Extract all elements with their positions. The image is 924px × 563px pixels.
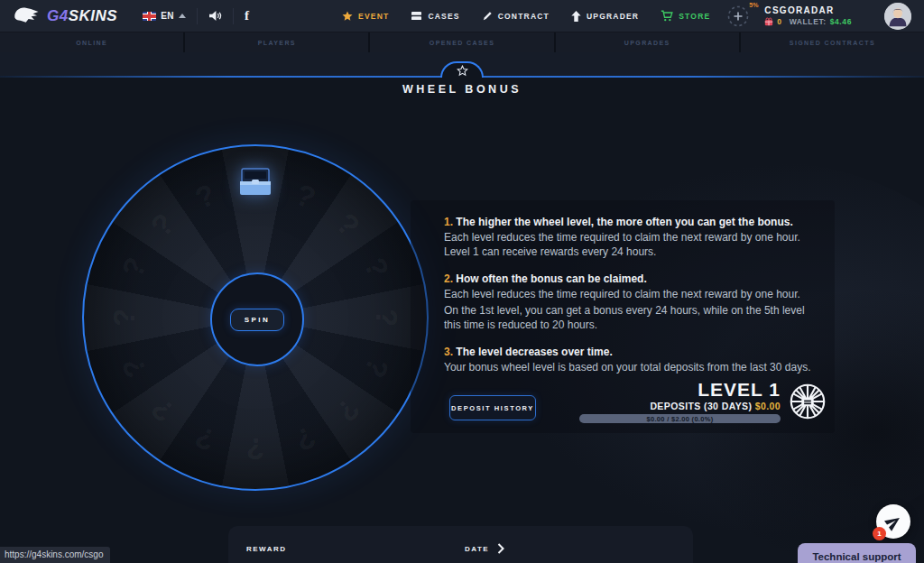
wheel-mystery-slot: ? — [105, 303, 144, 332]
top-nav: G4SKINS EN f EVENT CASES — [0, 0, 924, 32]
menu-item-event[interactable]: EVENT — [342, 11, 389, 22]
wheel-mystery-slot: ? — [139, 201, 188, 250]
info-body-text: Each level reduces the time required to … — [444, 231, 812, 260]
user-info: CSGORADAR 0 WALLET: $4.46 — [764, 5, 852, 26]
wheel-mystery-slot: ? — [366, 303, 406, 332]
progress-text: $0.00 / $2.00 (0.0%) — [647, 415, 714, 423]
deposit-plus-button[interactable]: 5% — [726, 5, 750, 28]
wheel-mystery-slot: ? — [353, 246, 401, 288]
bonus-wheel: ??????????????? SPIN — [82, 144, 429, 491]
paper-plane-icon — [884, 512, 903, 531]
avatar[interactable] — [884, 3, 911, 30]
technical-support-button[interactable]: Technical support — [798, 543, 916, 563]
date-column-header-wrap: DATE — [465, 543, 504, 554]
info-item-3: 3. The level decreases over time. Your b… — [444, 345, 812, 375]
deposits-label: DEPOSITS (30 DAYS) — [650, 401, 752, 411]
cases-icon — [411, 11, 422, 21]
menu-item-contract[interactable]: CONTRACT — [482, 11, 550, 22]
divider — [197, 8, 198, 24]
reward-column-header: REWARD — [246, 545, 287, 553]
wheel-mystery-slot: ? — [184, 415, 226, 463]
stat-players: PLAYERS — [185, 32, 368, 52]
wheel-mystery-slot: ? — [111, 346, 159, 388]
wheel-mystery-slot: ? — [139, 386, 188, 435]
wheel-mystery-slot: ? — [284, 415, 326, 463]
spin-button[interactable]: SPIN — [230, 309, 285, 331]
app-window: G4SKINS EN f EVENT CASES — [0, 0, 924, 563]
wheel-mystery-slot: ? — [241, 429, 270, 468]
stats-bar: ONLINE PLAYERS OPENED CASES UPGRADES SIG… — [0, 32, 924, 52]
content-area: WHEEL BONUS ??????????????? SPIN 1. The … — [0, 52, 924, 563]
upgrade-arrow-icon — [571, 11, 581, 22]
brand-wordmark: G4SKINS — [47, 7, 117, 25]
user-panel: 5% CSGORADAR 0 WALLET: $4.46 — [726, 3, 911, 30]
menu-item-upgrader[interactable]: UPGRADER — [571, 11, 639, 22]
language-label: EN — [161, 11, 174, 21]
page-title: WHEEL BONUS — [0, 83, 924, 96]
info-title-text: The level decreases over time. — [456, 346, 612, 358]
deposit-progress-bar: $0.00 / $2.00 (0.0%) — [579, 414, 781, 423]
language-switcher[interactable]: EN — [143, 11, 186, 21]
wheel-info-panel: 1. The higher the wheel level, the more … — [411, 200, 835, 433]
wheel-prize-case — [235, 164, 276, 200]
info-title-text: How often the bonus can be claimed. — [456, 272, 646, 285]
info-body-text: Your bonus wheel level is based on your … — [444, 361, 812, 375]
info-body-text: Each level reduces the time required to … — [444, 288, 812, 302]
username: CSGORADAR — [764, 5, 852, 15]
info-title-text: The higher the wheel level, the more oft… — [456, 216, 792, 228]
wheel-mystery-slot: ? — [324, 386, 373, 435]
wheel-hub: SPIN — [210, 272, 304, 366]
facebook-icon: f — [245, 8, 249, 23]
wallet-value: $4.46 — [830, 17, 852, 26]
divider — [233, 8, 234, 24]
wheel-mystery-slot: ? — [284, 173, 326, 221]
wallet-label: WALLET: — [790, 17, 827, 26]
plus-ring-icon — [726, 5, 750, 28]
info-text: 1. The higher the wheel level, the more … — [444, 215, 812, 387]
info-item-2: 2. How often the bonus can be claimed. E… — [444, 272, 812, 333]
gift-icon — [764, 17, 773, 26]
speaker-icon — [208, 10, 222, 22]
header-arc — [440, 61, 484, 78]
facebook-button[interactable]: f — [245, 8, 249, 23]
menu-item-store[interactable]: STORE — [661, 10, 710, 22]
wheel-mystery-slot: ? — [324, 201, 373, 250]
xp-percent: 5% — [749, 2, 758, 8]
chat-notification-badge: 1 — [873, 527, 886, 540]
lion-logo-icon — [13, 5, 40, 28]
info-body-text: On the 1st level, you can get a bonus ev… — [444, 304, 812, 333]
stat-upgrades: UPGRADES — [556, 32, 739, 52]
main-menu: EVENT CASES CONTRACT UPGRADER STORE — [342, 10, 710, 22]
wallet-row: 0 WALLET: $4.46 — [764, 17, 852, 26]
pen-icon — [482, 11, 493, 22]
brand-logo[interactable]: G4SKINS — [13, 5, 117, 28]
star-icon — [342, 11, 353, 22]
chat-button[interactable]: 1 — [876, 504, 910, 539]
uk-flag-icon — [143, 12, 156, 21]
level-wheel-icon — [787, 381, 828, 422]
level-label: LEVEL 1 — [698, 379, 781, 401]
cart-icon — [661, 10, 673, 22]
reward-history-panel: REWARD DATE — [228, 526, 693, 563]
date-column-header: DATE — [465, 545, 489, 553]
wheel-mystery-slot: ? — [353, 346, 401, 388]
menu-item-cases[interactable]: CASES — [411, 11, 459, 21]
stat-online: ONLINE — [0, 32, 183, 52]
coins-count: 0 — [777, 17, 781, 26]
wheel-bonus-star-icon — [457, 65, 468, 77]
wheel-mystery-slot: ? — [111, 246, 159, 288]
info-number: 3. — [444, 346, 453, 358]
wheel-mystery-slot: ? — [184, 173, 226, 221]
caret-up-icon — [179, 14, 186, 18]
stat-opened-cases: OPENED CASES — [370, 32, 553, 52]
stat-signed-contracts: SIGNED CONTRACTS — [741, 32, 924, 52]
info-number: 1. — [444, 216, 453, 228]
chevron-right-icon[interactable] — [497, 543, 504, 554]
deposit-history-button[interactable]: DEPOSIT HISTORY — [449, 395, 536, 420]
info-number: 2. — [444, 272, 453, 285]
info-item-1: 1. The higher the wheel level, the more … — [444, 215, 812, 260]
deposits-value: $0.00 — [755, 401, 781, 411]
status-url: https://g4skins.com/csgo — [0, 547, 110, 563]
volume-button[interactable] — [208, 10, 222, 22]
deposits-line: DEPOSITS (30 DAYS) $0.00 — [650, 401, 781, 411]
